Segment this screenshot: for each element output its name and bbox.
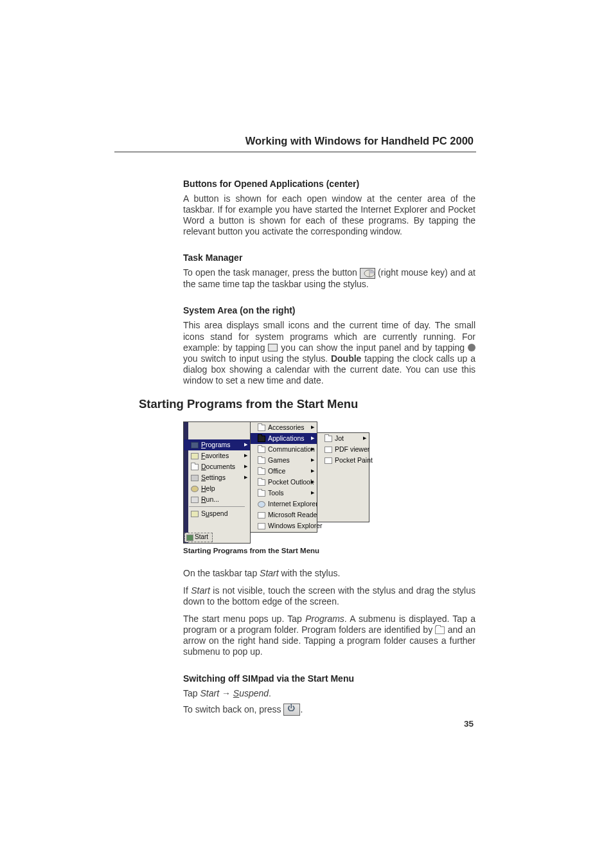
folder-icon xyxy=(191,464,199,470)
ts-b: with the stylus. xyxy=(279,568,341,578)
we-icon xyxy=(258,523,265,529)
is-a: If xyxy=(183,585,191,596)
pdf-icon xyxy=(324,447,332,453)
menu-item[interactable]: Suspend xyxy=(184,508,250,519)
so-on: To switch back on, press xyxy=(183,704,283,714)
sp-a: The start menu pops up. Tap xyxy=(183,614,305,624)
folder-icon xyxy=(258,457,265,464)
stylus-icon xyxy=(468,344,475,351)
start-menu-column-left: Programs▶Favorites▶Documents▶Settings▶He… xyxy=(183,438,251,544)
submenu-arrow-icon: ▶ xyxy=(244,475,247,481)
folder-icon xyxy=(258,468,265,475)
so-suspend: Suspend xyxy=(233,688,269,698)
section-title-start: Starting Programs from the Start Menu xyxy=(139,397,479,411)
run-icon xyxy=(191,497,199,503)
submenu-arrow-icon: ▶ xyxy=(311,436,314,441)
menu-item-label: Windows Explorer xyxy=(268,522,323,530)
menu-item[interactable]: Pocket Paint xyxy=(317,455,369,466)
menu-item[interactable]: Documents▶ xyxy=(184,461,250,472)
submenu-arrow-icon: ▶ xyxy=(311,447,314,452)
so-arrow: → xyxy=(219,688,233,698)
sa-double: Double xyxy=(331,353,361,364)
is-b: is not visible, touch the screen with th… xyxy=(183,585,475,607)
folder-icon xyxy=(258,490,265,497)
body-content-2: Programs▶Favorites▶Documents▶Settings▶He… xyxy=(183,416,475,720)
so-tap: Tap xyxy=(183,688,200,698)
menu-item-label: Microsoft Reader xyxy=(268,511,319,519)
menu-item-label: Jot xyxy=(335,434,344,443)
menu-item[interactable]: Microsoft Reader xyxy=(251,509,317,520)
submenu-arrow-icon: ▶ xyxy=(244,464,247,470)
para-tap-start: On the taskbar tap Start with the stylus… xyxy=(183,568,475,579)
menu-item[interactable]: Tools▶ xyxy=(251,488,317,499)
sa-c: you switch to input using the stylus. xyxy=(183,353,331,364)
menu-item[interactable]: Jot▶ xyxy=(317,433,369,444)
ie-icon xyxy=(258,501,265,508)
menu-item-label: Pocket Paint xyxy=(335,456,373,465)
so-start: Start xyxy=(200,688,219,698)
body-content: Buttons for Opened Applications (center)… xyxy=(183,179,475,402)
right-mouse-key-icon xyxy=(360,268,375,279)
menu-item-label: Applications xyxy=(268,434,305,443)
menu-item[interactable]: Pocket Outlook▶ xyxy=(251,477,317,488)
page-number: 35 xyxy=(464,719,474,729)
menu-item-label: Games xyxy=(268,456,290,465)
start-button[interactable]: Start xyxy=(184,533,213,542)
folder-icon xyxy=(258,479,265,486)
menu-item-label: Pocket Outlook xyxy=(268,478,314,486)
start-icon xyxy=(186,535,193,541)
heading-switch-off: Switching off SIMpad via the Start Menu xyxy=(183,673,475,684)
submenu-arrow-icon: ▶ xyxy=(311,468,314,474)
power-button-icon xyxy=(283,704,300,716)
menu-item-label: Communication xyxy=(268,445,315,454)
heading-task-manager: Task Manager xyxy=(183,252,475,263)
heading-buttons-apps: Buttons for Opened Applications (center) xyxy=(183,179,475,190)
folder-icon xyxy=(258,425,265,431)
para-system-area: This area displays small icons and the c… xyxy=(183,320,475,385)
menu-item-label: Documents xyxy=(201,463,235,471)
submenu-arrow-icon: ▶ xyxy=(311,457,314,463)
submenu-arrow-icon: ▶ xyxy=(244,442,247,448)
folder-icon xyxy=(258,447,265,453)
page-header: Working with Windows for Handheld PC 200… xyxy=(245,135,474,147)
header-rule xyxy=(114,152,476,152)
figure-caption: Starting Programs from the Start Menu xyxy=(183,546,475,555)
menu-item-label: Tools xyxy=(268,489,284,497)
fav-icon xyxy=(191,453,199,459)
menu-item-label: Office xyxy=(268,467,285,475)
para-start-popup: The start menu pops up. Tap Programs. A … xyxy=(183,614,475,657)
menu-item[interactable]: Office▶ xyxy=(251,466,317,477)
so-dot2: . xyxy=(300,704,303,714)
menu-item[interactable]: PDF viewer xyxy=(317,444,369,455)
menu-item[interactable]: Favorites▶ xyxy=(184,450,250,461)
menu-item-label: Internet Explorer xyxy=(268,500,318,508)
tm-pre: To open the task manager, press the butt… xyxy=(183,267,360,278)
menu-item[interactable]: Communication▶ xyxy=(251,444,317,455)
menu-item[interactable]: Accessories▶ xyxy=(251,422,317,433)
para-task-manager: To open the task manager, press the butt… xyxy=(183,267,475,290)
suspend-icon xyxy=(191,511,199,517)
submenu-arrow-icon: ▶ xyxy=(363,436,366,441)
menu-item[interactable]: Internet Explorer xyxy=(251,499,317,509)
sp-prog: Programs xyxy=(305,614,344,624)
so-dot: . xyxy=(269,688,271,698)
menu-item-label: Help xyxy=(201,484,215,493)
menu-item[interactable]: Games▶ xyxy=(251,455,317,466)
menu-item[interactable]: Windows Explorer xyxy=(251,520,317,531)
sa-b: you can show the input panel and by tapp… xyxy=(278,342,468,353)
menu-item-label: Settings xyxy=(201,474,226,482)
menu-item[interactable]: Run... xyxy=(184,494,250,505)
menu-item[interactable]: Help xyxy=(184,483,250,494)
start-button-label: Start xyxy=(195,533,208,541)
is-start: Start xyxy=(191,585,210,596)
start-menu-figure: Programs▶Favorites▶Documents▶Settings▶He… xyxy=(183,421,475,544)
submenu-arrow-icon: ▶ xyxy=(311,490,314,496)
reader-icon xyxy=(258,512,265,518)
menu-item[interactable]: Applications▶ xyxy=(251,433,317,444)
menu-item[interactable]: Programs▶ xyxy=(184,439,250,450)
menu-item[interactable]: Settings▶ xyxy=(184,472,250,483)
start-menu-column-applications: Jot▶PDF viewerPocket Paint xyxy=(317,432,369,522)
para-if-start: If Start is not visible, touch the scree… xyxy=(183,585,475,607)
submenu-arrow-icon: ▶ xyxy=(311,425,314,430)
programs-icon xyxy=(191,442,199,448)
